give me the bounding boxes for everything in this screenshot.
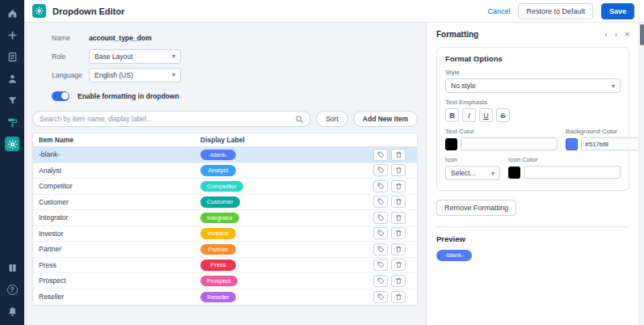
display-label-pill: Customer xyxy=(200,196,240,208)
item-name-cell: -blank- xyxy=(33,150,195,158)
sidebar-item-filters[interactable] xyxy=(5,93,19,108)
table-row[interactable]: Press Press xyxy=(33,258,417,274)
sort-button[interactable]: Sort xyxy=(316,111,348,127)
delete-item-button[interactable] xyxy=(391,196,406,208)
table-row[interactable]: Analyst Analyst xyxy=(33,163,417,179)
sidebar-item-help[interactable]: ? xyxy=(5,282,19,297)
background-color-input[interactable] xyxy=(581,137,644,150)
trash-icon xyxy=(395,214,402,222)
save-button[interactable]: Save xyxy=(601,3,634,19)
display-label-pill: Reseller xyxy=(200,292,236,303)
table-row[interactable]: Competitor Competitor xyxy=(33,179,417,195)
dropdown-items-table: Item Name Display Label -blank- -blank- … xyxy=(32,133,418,306)
delete-item-button[interactable] xyxy=(391,243,406,255)
content-row: Name account_type_dom Role Base Layout ▾… xyxy=(24,23,644,325)
trash-icon xyxy=(395,151,402,158)
bold-button[interactable]: B xyxy=(445,108,459,122)
tag-icon xyxy=(377,198,385,205)
format-item-button[interactable] xyxy=(373,291,388,303)
format-item-button[interactable] xyxy=(373,164,388,176)
chevron-right-icon[interactable]: › xyxy=(615,31,617,39)
italic-button[interactable]: I xyxy=(462,108,476,122)
delete-item-button[interactable] xyxy=(391,212,406,224)
table-row[interactable]: Reseller Reseller xyxy=(33,289,417,306)
search-input[interactable] xyxy=(40,115,295,123)
row-actions xyxy=(373,259,417,271)
dropdown-editor-main: Name account_type_dom Role Base Layout ▾… xyxy=(24,23,426,325)
text-color-swatch[interactable] xyxy=(445,138,457,150)
icon-color-swatch[interactable] xyxy=(508,167,520,179)
display-label-cell: Integrator xyxy=(195,213,373,224)
display-label-pill: Press xyxy=(200,260,236,271)
style-select[interactable]: No style ▾ xyxy=(445,78,621,93)
delete-item-button[interactable] xyxy=(391,275,406,287)
format-item-button[interactable] xyxy=(373,275,388,287)
scrollbar-thumb[interactable] xyxy=(640,24,644,45)
text-emphasis-label: Text Emphasis xyxy=(445,99,621,106)
sidebar-item-notifications[interactable] xyxy=(5,304,19,319)
tag-icon xyxy=(377,277,385,285)
table-row[interactable]: -blank- -blank- xyxy=(33,147,417,163)
delete-item-button[interactable] xyxy=(391,227,406,239)
display-label-cell: Press xyxy=(195,260,373,271)
row-actions xyxy=(373,243,417,255)
delete-item-button[interactable] xyxy=(391,149,406,161)
chevron-down-icon: ▾ xyxy=(172,71,175,78)
background-color-label: Background Color xyxy=(566,128,644,135)
language-select[interactable]: English (US) ▾ xyxy=(89,68,181,82)
strikethrough-button[interactable]: S xyxy=(496,108,510,122)
display-label-cell: Prospect xyxy=(195,276,373,287)
role-select[interactable]: Base Layout ▾ xyxy=(89,49,181,64)
format-item-button[interactable] xyxy=(373,259,388,271)
chevron-left-icon[interactable]: ‹ xyxy=(604,31,607,39)
table-row[interactable]: Integrator Integrator xyxy=(33,210,417,226)
sidebar-item-dropdown-editor[interactable] xyxy=(5,115,19,129)
icon-label: Icon xyxy=(445,156,500,163)
formatting-panel-title: Formatting xyxy=(436,30,478,39)
color-fields-row: Text Color Background Color xyxy=(445,122,621,150)
sidebar-item-docs[interactable] xyxy=(5,260,19,275)
format-item-button[interactable] xyxy=(373,212,388,224)
format-item-button[interactable] xyxy=(373,196,388,208)
close-icon[interactable]: × xyxy=(625,31,629,39)
table-row[interactable]: Prospect Prospect xyxy=(33,273,417,289)
background-color-swatch[interactable] xyxy=(566,138,578,150)
sidebar-item-settings[interactable] xyxy=(5,137,19,151)
delete-item-button[interactable] xyxy=(391,164,406,176)
sidebar-item-create[interactable] xyxy=(5,27,19,42)
sidebar-item-home[interactable] xyxy=(5,6,19,20)
delete-item-button[interactable] xyxy=(391,291,406,303)
trash-icon xyxy=(395,230,402,237)
sidebar-item-users[interactable] xyxy=(5,71,19,86)
enable-formatting-toggle[interactable] xyxy=(52,91,69,101)
format-item-button[interactable] xyxy=(373,227,388,239)
underline-button[interactable]: U xyxy=(479,108,493,122)
delete-item-button[interactable] xyxy=(391,259,406,271)
format-item-button[interactable] xyxy=(373,149,388,161)
row-actions xyxy=(373,196,417,208)
format-options-box: Format Options Style No style ▾ Text Emp… xyxy=(436,47,629,191)
sidebar-item-modules[interactable] xyxy=(5,49,19,64)
formatting-panel-header: Formatting ‹ › × xyxy=(436,30,629,39)
display-label-pill: Investor xyxy=(200,228,236,239)
format-item-button[interactable] xyxy=(373,243,388,255)
delete-item-button[interactable] xyxy=(391,180,406,192)
cancel-button[interactable]: Cancel xyxy=(487,7,510,15)
tag-icon xyxy=(377,230,385,237)
row-actions xyxy=(373,180,417,192)
icon-color-input[interactable] xyxy=(524,166,621,179)
restore-default-button[interactable]: Restore to Default xyxy=(518,3,593,19)
text-color-input[interactable] xyxy=(461,137,558,150)
scrollbar-track[interactable] xyxy=(638,23,644,325)
table-row[interactable]: Partner Partner xyxy=(33,242,417,258)
name-field-row: Name account_type_dom xyxy=(52,31,418,44)
table-row[interactable]: Customer Customer xyxy=(33,195,417,211)
table-row[interactable]: Investor Investor xyxy=(33,226,417,243)
paint-roller-icon xyxy=(7,117,18,128)
remove-formatting-button[interactable]: Remove Formatting xyxy=(436,200,516,216)
format-item-button[interactable] xyxy=(373,180,388,192)
display-label-pill: Integrator xyxy=(200,213,239,224)
trash-icon xyxy=(395,198,402,205)
add-new-item-button[interactable]: Add New Item xyxy=(353,111,418,127)
icon-select[interactable]: Select... ▾ xyxy=(445,166,500,180)
